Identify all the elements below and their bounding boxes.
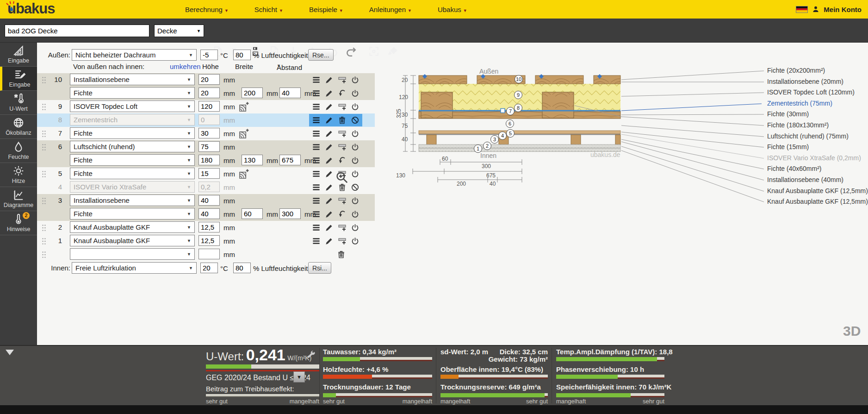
drag-handle-icon[interactable] xyxy=(42,76,46,84)
material-select[interactable]: ISOVER Vario XtraSafe▼ xyxy=(70,181,195,193)
toggle-layer-icon[interactable] xyxy=(351,210,360,219)
toggle-layer-icon[interactable] xyxy=(351,75,360,84)
sidebar-item-feuchte[interactable]: Feuchte xyxy=(0,139,37,163)
height-input[interactable] xyxy=(198,88,220,98)
german-flag-icon[interactable] xyxy=(796,6,808,13)
toggle-layer-icon[interactable] xyxy=(351,129,360,138)
layer-marker-2[interactable]: 2 xyxy=(483,142,491,150)
edit-pencil-icon[interactable] xyxy=(325,89,334,98)
layer-label-fichte-30[interactable]: Fichte (30mm) xyxy=(767,110,809,119)
delete-layer-icon[interactable] xyxy=(338,116,347,125)
material-select[interactable]: Knauf Ausbauplatte GKF▼ xyxy=(70,221,195,233)
layer-label-fichte-15[interactable]: Fichte (15mm) xyxy=(767,143,809,151)
height-input[interactable] xyxy=(198,74,220,85)
project-name-input[interactable] xyxy=(5,25,149,37)
toggle-layer-icon[interactable] xyxy=(351,102,360,111)
layer-marker-9[interactable]: 9 xyxy=(514,91,522,99)
rse-button[interactable]: Rse... xyxy=(308,49,334,61)
sidebar-item-hitze[interactable]: Hitze xyxy=(0,163,37,187)
row-menu-icon[interactable] xyxy=(312,169,321,178)
insert-layer-icon[interactable] xyxy=(338,237,347,245)
material-select[interactable]: ▼ xyxy=(70,248,195,260)
deactivate-layer-icon[interactable] xyxy=(351,183,360,192)
row-menu-icon[interactable] xyxy=(312,102,321,111)
layer-label-zementestrich[interactable]: Zementestrich (75mm) xyxy=(767,100,832,108)
material-select[interactable]: Installationsebene▼ xyxy=(70,194,195,206)
aussen-humidity-input[interactable] xyxy=(233,50,251,60)
edit-pencil-icon[interactable] xyxy=(325,183,334,192)
sidebar-item-oekobilanz[interactable]: Ökobilanz xyxy=(0,115,37,139)
row-menu-icon[interactable] xyxy=(312,116,321,125)
layer-marker-1[interactable]: 1 xyxy=(474,144,482,153)
toggle-layer-icon[interactable] xyxy=(351,89,360,98)
height-input[interactable] xyxy=(198,128,220,138)
layer-label-gkf-1[interactable]: Knauf Ausbauplatte GKF (12,5mm) xyxy=(767,187,868,195)
construction-diagram[interactable]: Außen Innen ubakus.de 10 9 8 7 6 5 4 3 2… xyxy=(396,36,868,314)
spacing-input[interactable] xyxy=(279,208,301,219)
layer-marker-8[interactable]: 8 xyxy=(514,104,522,112)
view-3d-button[interactable]: 3D xyxy=(843,323,861,339)
rsi-button[interactable]: Rsi... xyxy=(308,262,331,274)
edit-pencil-icon[interactable] xyxy=(325,75,334,84)
layer-marker-3[interactable]: 3 xyxy=(490,135,499,144)
layer-label-fichte-40x60[interactable]: Fichte (40x60mm²) xyxy=(767,165,821,173)
add-wood-section-icon[interactable] xyxy=(239,128,249,139)
construction-type-select[interactable]: Decke▼ xyxy=(154,25,204,37)
sidebar-item-hinweise[interactable]: 2Hinweise xyxy=(0,211,37,235)
layer-label-isover-topdec[interactable]: ISOVER Topdec Loft (120mm) xyxy=(767,88,855,97)
layer-marker-10[interactable]: 10 xyxy=(515,75,523,83)
row-menu-icon[interactable] xyxy=(312,210,321,219)
insert-layer-icon[interactable] xyxy=(338,102,347,111)
width-input[interactable] xyxy=(242,88,263,98)
layer-label-installationsebene-20[interactable]: Installationsebene (20mm) xyxy=(767,78,843,86)
width-input[interactable] xyxy=(242,208,263,219)
innen-humidity-input[interactable] xyxy=(233,263,251,273)
toggle-layer-icon[interactable] xyxy=(351,223,360,232)
geg-select-button[interactable]: ▼ xyxy=(293,371,305,383)
collapse-results-icon[interactable] xyxy=(6,350,14,355)
row-menu-icon[interactable] xyxy=(312,143,321,151)
layer-label-installationsebene-40[interactable]: Installationsebene (40mm) xyxy=(767,176,843,184)
toggle-layer-icon[interactable] xyxy=(351,156,360,165)
swap-arrow-icon[interactable] xyxy=(338,210,347,219)
height-input[interactable] xyxy=(198,182,220,192)
width-input[interactable] xyxy=(242,155,263,165)
insert-layer-icon[interactable] xyxy=(338,196,347,205)
drag-handle-icon[interactable] xyxy=(42,170,46,178)
wrench-icon[interactable] xyxy=(306,350,316,360)
layer-marker-5[interactable]: 5 xyxy=(506,129,515,138)
insert-layer-icon[interactable] xyxy=(338,223,347,232)
menu-beispiele[interactable]: Beispiele▼ xyxy=(309,6,343,13)
material-select[interactable]: Fichte▼ xyxy=(70,87,195,99)
insert-layer-icon[interactable] xyxy=(338,75,347,84)
zoom-in-icon[interactable] xyxy=(335,170,349,184)
swap-arrow-icon[interactable] xyxy=(338,89,347,98)
drag-handle-icon[interactable] xyxy=(42,130,46,138)
sidebar-item-eingabe-geometry[interactable]: Eingabe xyxy=(0,43,37,67)
material-select[interactable]: Zementestrich▼ xyxy=(70,114,195,125)
row-menu-icon[interactable] xyxy=(312,223,321,232)
add-wood-section-icon[interactable] xyxy=(239,169,249,179)
height-input[interactable] xyxy=(198,168,220,179)
drag-handle-icon[interactable] xyxy=(42,238,46,245)
drag-handle-icon[interactable] xyxy=(42,144,46,151)
material-select[interactable]: ISOVER Topdec Loft▼ xyxy=(70,100,195,112)
drag-handle-icon[interactable] xyxy=(42,103,46,111)
row-menu-icon[interactable] xyxy=(312,129,321,138)
add-wood-section-icon[interactable] xyxy=(239,101,249,112)
toggle-layer-icon[interactable] xyxy=(351,143,360,151)
sidebar-item-u-wert[interactable]: U-Wert xyxy=(0,91,37,115)
material-select[interactable]: Installationsebene▼ xyxy=(70,74,195,85)
sidebar-item-eingabe-layers[interactable]: Eingabe xyxy=(0,67,37,91)
layer-label-luftschicht[interactable]: Luftschicht (ruhend) (75mm) xyxy=(767,132,849,141)
row-menu-icon[interactable] xyxy=(312,75,321,84)
row-menu-icon[interactable] xyxy=(312,89,321,98)
edit-pencil-icon[interactable] xyxy=(325,143,334,151)
aussen-climate-select[interactable]: Nicht beheizter Dachraum▼ xyxy=(72,49,197,61)
toggle-layer-icon[interactable] xyxy=(351,196,360,205)
toggle-layer-icon[interactable] xyxy=(351,237,360,245)
menu-berechnung[interactable]: Berechnung▼ xyxy=(185,6,229,13)
reverse-link[interactable]: umkehren xyxy=(170,63,201,70)
height-input[interactable] xyxy=(198,222,220,232)
edit-pencil-icon[interactable] xyxy=(325,196,334,205)
